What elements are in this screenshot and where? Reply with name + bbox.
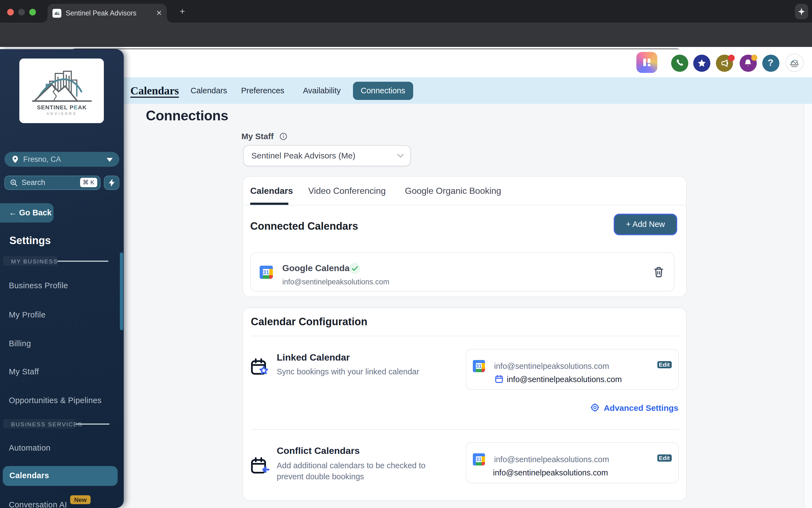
linked-calendar-icon bbox=[250, 357, 270, 376]
conflict-calendars-desc: Add additional calendars to be checked t… bbox=[277, 460, 453, 482]
svg-text:SENTINEL PEAK: SENTINEL PEAK bbox=[37, 104, 87, 110]
sidebar-item-calendars[interactable]: Calendars bbox=[3, 466, 118, 486]
browser-tab[interactable]: Sentinel Peak Advisors ✕ bbox=[47, 4, 167, 23]
search-icon bbox=[10, 179, 18, 186]
chevron-down-icon bbox=[397, 154, 404, 158]
tab-close-icon[interactable]: ✕ bbox=[155, 9, 163, 18]
location-value: Fresno, CA bbox=[23, 155, 61, 163]
advanced-settings-label: Advanced Settings bbox=[604, 403, 678, 412]
sidebar-item-opportunities-pipelines[interactable]: Opportunities & Pipelines bbox=[9, 396, 102, 405]
section-label-my-business: MY BUSINESS bbox=[0, 256, 124, 266]
close-window-button[interactable] bbox=[7, 9, 14, 15]
nav-tab-calendars[interactable]: Calendars bbox=[191, 86, 227, 95]
conflict-account-email: info@sentinelpeaksolutions.com bbox=[494, 455, 609, 464]
calendar-icon bbox=[495, 375, 503, 383]
svg-text:31: 31 bbox=[476, 363, 481, 369]
page-heading: Connections bbox=[146, 108, 228, 124]
nav-tab-connections[interactable]: Connections bbox=[353, 81, 413, 100]
zoom-window-button[interactable] bbox=[29, 9, 36, 15]
gear-icon bbox=[591, 403, 599, 412]
new-badge: New bbox=[70, 495, 91, 504]
browser-sparkle-button[interactable] bbox=[795, 4, 808, 19]
google-calendar-icon: 31 bbox=[472, 359, 485, 375]
staff-select[interactable]: Sentinel Peak Advisors (Me) bbox=[243, 145, 411, 166]
active-tab-underline bbox=[250, 203, 288, 205]
connected-email: info@sentinelpeaksolutions.com bbox=[282, 278, 390, 286]
go-back-button[interactable]: ← Go Back bbox=[0, 203, 53, 222]
connected-calendars-title: Connected Calendars bbox=[250, 220, 358, 232]
sidebar-item-conversation-ai[interactable]: Conversation AI bbox=[9, 500, 67, 508]
phone-icon[interactable] bbox=[671, 54, 688, 72]
google-calendar-icon: 31 bbox=[259, 265, 274, 282]
linked-account-email: info@sentinelpeaksolutions.com bbox=[494, 362, 609, 370]
settings-page-title: Calendars bbox=[130, 84, 179, 97]
linked-calendar-desc: Sync bookings with your linked calendar bbox=[277, 366, 419, 377]
search-input[interactable]: Search ⌘ K bbox=[4, 176, 100, 190]
caret-down-icon bbox=[107, 158, 113, 162]
staff-select-value: Sentinel Peak Advisors (Me) bbox=[251, 151, 356, 160]
advanced-settings-link[interactable]: Advanced Settings bbox=[591, 403, 678, 412]
conflict-calendars-box: 31 info@sentinelpeaksolutions.com Edit i… bbox=[465, 442, 679, 483]
conflict-calendar-email: info@sentinelpeaksolutions.com bbox=[493, 468, 608, 477]
google-calendar-icon: 31 bbox=[472, 453, 485, 468]
linked-calendar-email: info@sentinelpeaksolutions.com bbox=[507, 375, 622, 383]
nav-tab-preferences[interactable]: Preferences bbox=[241, 86, 284, 95]
location-selector[interactable]: Fresno, CA bbox=[4, 152, 119, 167]
account-logo-avatar[interactable] bbox=[785, 53, 804, 72]
tab-title: Sentinel Peak Advisors bbox=[66, 9, 136, 17]
sidebar-item-my-profile[interactable]: My Profile bbox=[9, 310, 46, 319]
tab-curve bbox=[42, 17, 47, 23]
search-shortcut: ⌘ K bbox=[80, 178, 97, 187]
conflict-calendars-icon bbox=[250, 456, 270, 475]
lightning-icon bbox=[109, 179, 115, 186]
sidebar: SENTINEL PEAK ADVISORS Fresno, CA Search… bbox=[0, 49, 124, 508]
connected-calendar-row: 31 Google Calendar info@sentinelpeaksolu… bbox=[250, 252, 675, 292]
divider bbox=[251, 335, 680, 336]
browser-tabstrip: Sentinel Peak Advisors ✕ + bbox=[0, 0, 812, 23]
location-pin-icon bbox=[12, 155, 19, 163]
info-icon[interactable] bbox=[279, 132, 287, 140]
calendar-configuration-title: Calendar Configuration bbox=[251, 315, 367, 328]
tab-favicon-icon bbox=[52, 9, 61, 18]
divider bbox=[251, 429, 680, 429]
linked-calendar-box: 31 info@sentinelpeaksolutions.com Edit i… bbox=[465, 349, 679, 389]
page-scrollbar[interactable] bbox=[804, 104, 812, 508]
svg-text:31: 31 bbox=[476, 457, 481, 462]
section-label-business-services: BUSINESS SERVICES bbox=[0, 419, 124, 428]
tab-curve bbox=[167, 17, 172, 23]
tab-calendars[interactable]: Calendars bbox=[250, 186, 293, 196]
nav-tab-availability[interactable]: Availability bbox=[303, 86, 341, 95]
browser-toolbar: app.sentinelpeaksolutions.com/v2/locatio… bbox=[0, 23, 812, 47]
sidebar-item-my-staff[interactable]: My Staff bbox=[9, 367, 39, 376]
tab-google-organic-booking[interactable]: Google Organic Booking bbox=[405, 186, 501, 196]
minimize-window-button[interactable] bbox=[18, 9, 25, 15]
sidebar-item-automation[interactable]: Automation bbox=[9, 443, 50, 452]
svg-text:31: 31 bbox=[263, 269, 269, 275]
new-tab-button[interactable]: + bbox=[178, 7, 187, 16]
svg-text:ADVISORS: ADVISORS bbox=[46, 112, 77, 115]
provider-name: Google Calendar bbox=[282, 263, 353, 273]
favorites-star-icon[interactable] bbox=[693, 54, 710, 72]
search-placeholder: Search bbox=[22, 178, 45, 186]
delete-calendar-icon[interactable] bbox=[654, 267, 663, 280]
help-icon[interactable]: ? bbox=[762, 54, 779, 72]
connections-content: Connections My Staff Sentinel Peak Advis… bbox=[124, 104, 812, 508]
linked-edit-button[interactable]: Edit bbox=[657, 361, 672, 368]
main-area: ? Calendars Calendars Preferences Availa… bbox=[124, 49, 812, 508]
quick-actions-button[interactable] bbox=[104, 176, 119, 190]
screen: Sentinel Peak Advisors ✕ + app.sentinelp… bbox=[0, 0, 812, 508]
my-staff-label: My Staff bbox=[241, 131, 287, 141]
add-new-button[interactable]: + Add New bbox=[614, 214, 677, 235]
tab-video-conferencing[interactable]: Video Conferencing bbox=[308, 186, 386, 196]
conflict-edit-button[interactable]: Edit bbox=[657, 455, 672, 462]
sidebar-item-billing[interactable]: Billing bbox=[9, 339, 31, 348]
sidebar-item-business-profile[interactable]: Business Profile bbox=[9, 281, 68, 290]
calendar-configuration-card: Calendar Configuration Linked Calendar S… bbox=[243, 307, 687, 501]
sidebar-scrollbar[interactable] bbox=[120, 252, 123, 330]
app-launcher-icon[interactable] bbox=[636, 52, 657, 73]
connections-card: Calendars Video Conferencing Google Orga… bbox=[243, 176, 687, 297]
settings-nav: Calendars Calendars Preferences Availabi… bbox=[124, 77, 812, 104]
settings-title: Settings bbox=[9, 235, 51, 247]
bell-badge bbox=[751, 54, 757, 60]
connected-check-icon bbox=[349, 263, 360, 274]
